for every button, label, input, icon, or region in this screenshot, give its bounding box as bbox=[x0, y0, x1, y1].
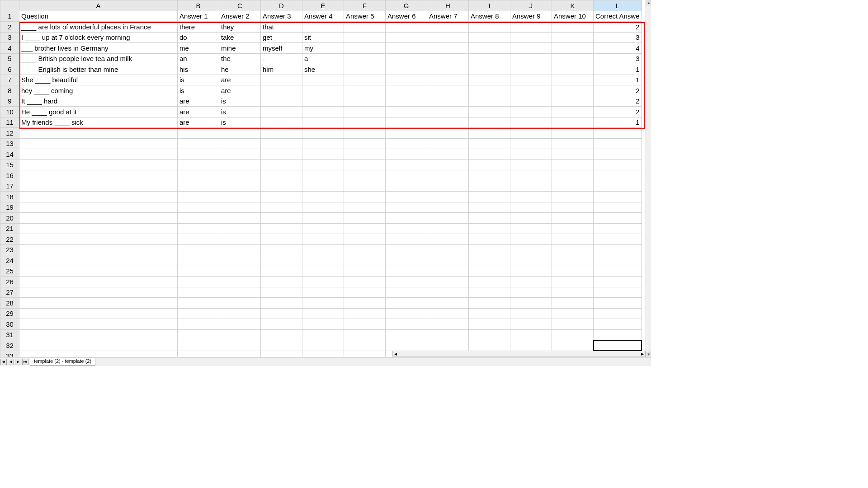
cell-H14[interactable] bbox=[427, 149, 469, 160]
cell-H18[interactable] bbox=[427, 192, 469, 202]
cell-C20[interactable] bbox=[219, 213, 261, 224]
cell-L16[interactable] bbox=[594, 170, 642, 181]
cell-I15[interactable] bbox=[469, 160, 510, 170]
cell-A25[interactable] bbox=[19, 266, 178, 277]
row-header-31[interactable]: 31 bbox=[0, 329, 19, 340]
cell-B21[interactable] bbox=[178, 223, 219, 234]
cell-I11[interactable] bbox=[469, 117, 510, 128]
sheet-tab[interactable]: template (2) - template (2) bbox=[30, 358, 95, 366]
cell-C18[interactable] bbox=[219, 192, 261, 202]
cell-K30[interactable] bbox=[552, 319, 594, 330]
row-header-27[interactable]: 27 bbox=[0, 287, 19, 298]
cell-H25[interactable] bbox=[427, 266, 469, 277]
cell-J29[interactable] bbox=[510, 308, 552, 319]
cell-K9[interactable] bbox=[552, 96, 594, 107]
cell-H21[interactable] bbox=[427, 223, 469, 234]
row-header-3[interactable]: 3 bbox=[0, 32, 19, 43]
row-header-22[interactable]: 22 bbox=[0, 234, 19, 245]
cell-H26[interactable] bbox=[427, 277, 469, 287]
cell-A26[interactable] bbox=[19, 277, 178, 287]
cell-C4[interactable]: mine bbox=[219, 43, 261, 54]
row-header-21[interactable]: 21 bbox=[0, 223, 19, 234]
cell-G15[interactable] bbox=[386, 160, 427, 170]
cell-L31[interactable] bbox=[594, 329, 642, 340]
cell-A8[interactable]: hey ____ coming bbox=[19, 85, 178, 96]
cell-G23[interactable] bbox=[386, 244, 427, 255]
cell-G16[interactable] bbox=[386, 170, 427, 181]
cell-D17[interactable] bbox=[261, 181, 302, 192]
cell-B10[interactable]: are bbox=[178, 107, 219, 117]
cell-I3[interactable] bbox=[469, 32, 510, 43]
cell-L29[interactable] bbox=[594, 308, 642, 319]
cell-B16[interactable] bbox=[178, 170, 219, 181]
cell-F22[interactable] bbox=[344, 234, 386, 245]
row-header-23[interactable]: 23 bbox=[0, 244, 19, 255]
cell-J24[interactable] bbox=[510, 255, 552, 266]
cell-B17[interactable] bbox=[178, 181, 219, 192]
column-header-F[interactable]: F bbox=[344, 0, 386, 11]
cell-B8[interactable]: is bbox=[178, 85, 219, 96]
tab-nav-first[interactable]: ⏮ bbox=[0, 359, 7, 365]
cell-G21[interactable] bbox=[386, 223, 427, 234]
cell-F7[interactable] bbox=[344, 75, 386, 85]
cell-H5[interactable] bbox=[427, 53, 469, 64]
row-header-25[interactable]: 25 bbox=[0, 266, 19, 277]
cell-E14[interactable] bbox=[302, 149, 344, 160]
cell-F18[interactable] bbox=[344, 192, 386, 202]
cell-E11[interactable] bbox=[302, 117, 344, 128]
cell-G12[interactable] bbox=[386, 128, 427, 139]
cell-K4[interactable] bbox=[552, 43, 594, 54]
cell-G30[interactable] bbox=[386, 319, 427, 330]
cell-D30[interactable] bbox=[261, 319, 302, 330]
cell-C19[interactable] bbox=[219, 202, 261, 213]
cell-A27[interactable] bbox=[19, 287, 178, 298]
cell-G17[interactable] bbox=[386, 181, 427, 192]
cell-B3[interactable]: do bbox=[178, 32, 219, 43]
cell-D21[interactable] bbox=[261, 223, 302, 234]
cell-C3[interactable]: take bbox=[219, 32, 261, 43]
cell-I12[interactable] bbox=[469, 128, 510, 139]
cell-F19[interactable] bbox=[344, 202, 386, 213]
cell-K29[interactable] bbox=[552, 308, 594, 319]
cell-G4[interactable] bbox=[386, 43, 427, 54]
cell-K15[interactable] bbox=[552, 160, 594, 170]
cell-B12[interactable] bbox=[178, 128, 219, 139]
cell-B28[interactable] bbox=[178, 298, 219, 309]
cell-J28[interactable] bbox=[510, 298, 552, 309]
cell-D23[interactable] bbox=[261, 244, 302, 255]
cell-L3[interactable]: 3 bbox=[594, 32, 642, 43]
cell-F11[interactable] bbox=[344, 117, 386, 128]
cell-F5[interactable] bbox=[344, 53, 386, 64]
cell-C11[interactable]: is bbox=[219, 117, 261, 128]
cell-A6[interactable]: ____ English is better than mine bbox=[19, 64, 178, 75]
cell-C31[interactable] bbox=[219, 329, 261, 340]
cell-E31[interactable] bbox=[302, 329, 344, 340]
cell-E18[interactable] bbox=[302, 192, 344, 202]
cell-L18[interactable] bbox=[594, 192, 642, 202]
cell-J26[interactable] bbox=[510, 277, 552, 287]
cell-D18[interactable] bbox=[261, 192, 302, 202]
cell-D19[interactable] bbox=[261, 202, 302, 213]
cell-H7[interactable] bbox=[427, 75, 469, 85]
cell-E23[interactable] bbox=[302, 244, 344, 255]
cell-J20[interactable] bbox=[510, 213, 552, 224]
cell-K20[interactable] bbox=[552, 213, 594, 224]
row-header-11[interactable]: 11 bbox=[0, 117, 19, 128]
cell-A1[interactable]: Question bbox=[19, 11, 178, 22]
cell-G10[interactable] bbox=[386, 107, 427, 117]
cell-J21[interactable] bbox=[510, 223, 552, 234]
row-header-2[interactable]: 2 bbox=[0, 22, 19, 33]
cell-C21[interactable] bbox=[219, 223, 261, 234]
cell-L6[interactable]: 1 bbox=[594, 64, 642, 75]
cell-I10[interactable] bbox=[469, 107, 510, 117]
cell-C26[interactable] bbox=[219, 277, 261, 287]
cell-B24[interactable] bbox=[178, 255, 219, 266]
cell-C10[interactable]: is bbox=[219, 107, 261, 117]
cell-L15[interactable] bbox=[594, 160, 642, 170]
cell-C28[interactable] bbox=[219, 298, 261, 309]
horizontal-scrollbar[interactable]: ◀ ▶ bbox=[392, 351, 646, 357]
cell-G29[interactable] bbox=[386, 308, 427, 319]
cell-B5[interactable]: an bbox=[178, 53, 219, 64]
cell-C13[interactable] bbox=[219, 138, 261, 149]
row-header-30[interactable]: 30 bbox=[0, 319, 19, 330]
